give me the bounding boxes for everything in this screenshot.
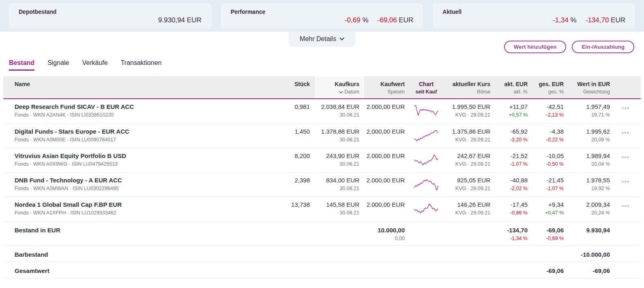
fund-name-link[interactable]: Deep Research Fund SICAV - B EUR ACC	[15, 103, 275, 110]
card-label: Depotbestand	[19, 9, 202, 15]
wert-value: 1.995,62	[569, 128, 610, 135]
subbar: Mehr Details Wert hinzufügen Ein-/Auszah…	[0, 32, 644, 58]
name-cell: Digital Funds - Stars Europe - EUR ACC F…	[3, 124, 280, 143]
wert-cell: 1.989,9420,04 %	[569, 148, 615, 167]
aktueller-kurs-value: 242,67 EUR	[443, 152, 490, 159]
col-label: akt. EUR	[495, 81, 528, 87]
row-menu-button[interactable]: •••	[622, 105, 630, 111]
kaufwert-value: 2.000,00 EUR	[364, 128, 405, 135]
total-row-barbestand: Barbestand -10.000,00	[3, 245, 641, 262]
fund-name-link[interactable]: Nordea 1 Global Small Cap F.BP EUR	[15, 201, 275, 208]
row-menu-button[interactable]: •••	[622, 154, 630, 160]
col-header-ges-eur[interactable]: ges. EURges. %	[532, 76, 569, 98]
total-wert: 9.930,94	[569, 227, 610, 234]
sparkline-chart[interactable]	[414, 128, 439, 144]
akt-eur-value: -17,45	[495, 201, 528, 208]
depotbestand-card: Depotbestand 9.930,94 EUR	[9, 3, 211, 28]
col-header-menu	[615, 76, 641, 98]
total-ges-pct: -0,69 %	[532, 236, 564, 241]
tab-bestand[interactable]: Bestand	[9, 59, 34, 71]
sparkline-chart[interactable]	[414, 104, 439, 119]
empty-cell	[495, 246, 532, 251]
aktuell-amount: -134,70	[586, 16, 609, 24]
total-akt-eur: -134,70	[495, 227, 528, 234]
fund-name-link[interactable]: Vitruvius Asian Equity Portfolio B USD	[15, 152, 275, 159]
total-kaufwert: 10.000,00	[364, 227, 405, 234]
tab-verkaeufe[interactable]: Verkäufe	[82, 59, 108, 71]
akt-eur-cell: -17,45-0,86 %	[495, 197, 532, 216]
col-header-wert[interactable]: Wert in EURGewichtung	[569, 76, 615, 98]
chart-cell	[410, 99, 443, 121]
aktuell-percent: -1,34	[553, 16, 569, 24]
stueck-cell: 1,450	[280, 124, 315, 135]
empty-cell	[280, 246, 315, 251]
kaufkurs-value: 834,00 EUR	[315, 177, 359, 184]
mehr-details-button[interactable]: Mehr Details	[288, 32, 356, 47]
performance-value: -0,69 %-69,06 EUR	[231, 16, 414, 24]
tab-signale[interactable]: Signale	[47, 59, 69, 71]
chart-cell	[410, 148, 443, 170]
sparkline-chart[interactable]	[414, 153, 439, 168]
card-label: Performance	[231, 9, 414, 15]
stueck-value: 1,450	[280, 128, 310, 135]
sparkline-chart[interactable]	[414, 177, 439, 193]
name-cell: DNB Fund - Technology - A EUR ACC Fonds …	[3, 173, 280, 191]
sparkline-chart[interactable]	[414, 201, 439, 217]
tab-transaktionen[interactable]: Transaktionen	[121, 59, 162, 71]
aktueller-kurs-value: 1.375,86 EUR	[443, 128, 490, 135]
gewichtung-value: 19,92 %	[569, 186, 610, 191]
col-label: aktueller Kurs	[443, 81, 490, 87]
empty-cell	[280, 221, 315, 227]
col-header-akt-eur[interactable]: akt. EURakt. %	[495, 76, 532, 98]
kaufkurs-cell: 1.378,88 EUR30.06.21	[315, 124, 364, 143]
kauf-datum: 30.06.21	[315, 210, 359, 216]
akt-eur-cell: +11,07+0,57 %	[495, 99, 532, 118]
ges-eur-value: -4,38	[532, 128, 564, 135]
kurs-quelle-datum: KVG · 29.09.21	[443, 161, 490, 167]
wert-cell: 1.957,4919,71 %	[569, 99, 615, 118]
row-menu-button[interactable]: •••	[622, 178, 630, 184]
table-header: Name Stück Kaufkurs Datum KaufwertSpesen…	[3, 76, 641, 99]
empty-cell	[280, 262, 315, 267]
empty-cell	[495, 262, 532, 267]
col-header-chart[interactable]: Chartseit Kauf	[410, 76, 443, 98]
kauf-datum: 30.06.21	[315, 161, 359, 167]
ges-eur-cell: -21,45-1,07 %	[532, 173, 569, 191]
chevron-down-icon	[339, 37, 344, 41]
gesamtwert-wert-cell: -69,06	[569, 262, 615, 274]
empty-cell	[315, 221, 364, 227]
col-header-name[interactable]: Name	[3, 76, 280, 98]
barbestand-wert-cell: -10.000,00	[569, 246, 615, 258]
ges-eur-cell: -42,51-2,13 %	[532, 99, 569, 118]
stueck-value: 13,738	[280, 201, 310, 208]
col-label: Chart	[410, 81, 443, 87]
empty-cell	[410, 221, 443, 227]
stueck-cell: 0,981	[280, 99, 315, 110]
col-header-kaufkurs[interactable]: Kaufkurs Datum	[315, 76, 364, 98]
amount-unit: EUR	[609, 16, 625, 24]
col-header-stueck[interactable]: Stück	[280, 76, 315, 98]
row-menu-button[interactable]: •••	[622, 203, 630, 209]
row-menu-button[interactable]: •••	[622, 130, 630, 136]
akt-pct-value: -3,20 %	[495, 137, 528, 143]
kaufwert-value: 2.000,00 EUR	[364, 103, 405, 110]
ein-auszahlung-button[interactable]: Ein-/Auszahlung	[572, 41, 634, 53]
wert-cell: 1.995,6220,09 %	[569, 124, 615, 143]
sort-field-label: Datum	[344, 89, 359, 95]
wert-hinzufuegen-button[interactable]: Wert hinzufügen	[504, 41, 567, 53]
kurs-quelle-datum: KVG · 29.09.21	[443, 210, 490, 216]
holding-row: DNB Fund - Technology - A EUR ACC Fonds …	[3, 172, 641, 197]
akt-pct-value: -0,86 %	[495, 210, 528, 216]
fund-name-link[interactable]: Digital Funds - Stars Europe - EUR ACC	[15, 128, 275, 135]
col-header-kaufwert[interactable]: KaufwertSpesen	[364, 76, 410, 98]
fund-subtitle: Fonds · WKN A0M00E · ISIN LU0090784017	[15, 137, 275, 143]
total-label: Barbestand	[15, 251, 48, 258]
fund-name-link[interactable]: DNB Fund - Technology - A EUR ACC	[15, 177, 275, 184]
kaufwert-value: 2.000,00 EUR	[364, 177, 405, 184]
wert-value: 2.009,34	[569, 201, 610, 208]
kurs-cell: 146,26 EURKVG · 29.09.21	[443, 197, 495, 216]
kauf-datum: 30.06.21	[315, 112, 359, 118]
col-header-kurs[interactable]: aktueller KursBörse	[443, 76, 495, 98]
kaufwert-value: 2.000,00 EUR	[364, 201, 405, 208]
total-row-gesamtwert: Gesamtwert -69,06 -69,06	[3, 262, 641, 279]
